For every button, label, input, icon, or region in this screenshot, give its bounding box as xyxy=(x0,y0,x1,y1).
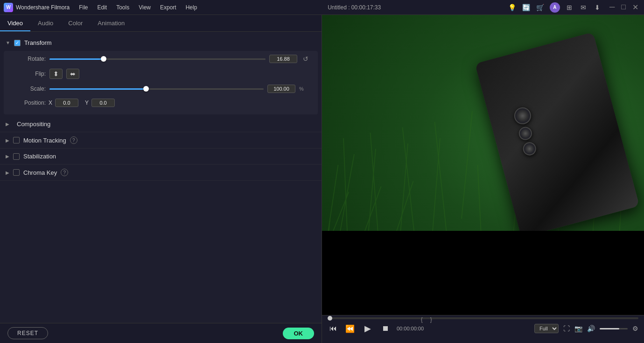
motion-tracking-help-icon[interactable]: ? xyxy=(70,136,77,144)
motion-tracking-label: Motion Tracking xyxy=(23,137,66,144)
transform-checkbox[interactable] xyxy=(14,40,21,46)
compositing-chevron-icon: ▶ xyxy=(6,121,9,127)
rotate-thumb[interactable] xyxy=(101,56,106,62)
progress-out-icon: } xyxy=(430,316,432,323)
transform-chevron-icon: ▼ xyxy=(6,40,10,45)
cart-icon[interactable]: 🛒 xyxy=(536,3,545,12)
position-label: Position: xyxy=(13,100,46,106)
playback-bar: { } ⏮ ⏪ ▶ ⏹ 00:00:00:00 Full ⛶ 📷 🔊 xyxy=(322,315,644,343)
download-icon[interactable]: ⬇ xyxy=(593,3,602,12)
window-controls: ─ □ ✕ xyxy=(608,3,640,12)
chroma-key-checkbox[interactable] xyxy=(13,169,20,176)
properties-panel: ▼ Transform Rotate: 16.88 ↺ xyxy=(0,32,322,323)
flip-horizontal-button[interactable]: ⬌ xyxy=(66,69,79,79)
rotate-fill xyxy=(49,58,104,60)
tab-bar: Video Audio Color Animation xyxy=(0,15,322,32)
transform-header[interactable]: ▼ Transform xyxy=(0,36,322,50)
pos-y-input[interactable]: 0.0 xyxy=(91,99,115,107)
scale-input[interactable]: 100.00 xyxy=(267,85,295,93)
camera-lens-1 xyxy=(512,105,533,126)
preview-black-bar xyxy=(322,231,644,315)
tab-video[interactable]: Video xyxy=(0,16,30,31)
app-name: Wondershare Filmora xyxy=(16,4,70,11)
rotate-reset-icon[interactable]: ↺ xyxy=(303,55,308,63)
tab-audio[interactable]: Audio xyxy=(30,16,61,31)
quality-select[interactable]: Full xyxy=(534,324,559,333)
compositing-section: ▶ Compositing xyxy=(0,116,322,132)
motion-tracking-chevron-icon: ▶ xyxy=(6,138,9,143)
rotate-label: Rotate: xyxy=(13,56,46,62)
transform-title: Transform xyxy=(24,39,52,46)
refresh-icon[interactable]: 🔄 xyxy=(522,3,531,12)
stabilization-section: ▶ Stabilization xyxy=(0,149,322,164)
play-button[interactable]: ▶ xyxy=(361,322,374,335)
preview-background xyxy=(322,15,644,315)
close-button[interactable]: ✕ xyxy=(630,3,640,12)
minimize-button[interactable]: ─ xyxy=(608,3,616,12)
settings-icon[interactable]: ⚙ xyxy=(632,325,638,332)
chroma-key-chevron-icon: ▶ xyxy=(6,170,9,175)
mail-icon[interactable]: ✉ xyxy=(579,3,588,12)
app-logo: W Wondershare Filmora xyxy=(4,3,70,12)
rotate-slider[interactable] xyxy=(49,58,266,60)
menu-export[interactable]: Export xyxy=(156,3,180,12)
frame-back-button[interactable]: ⏪ xyxy=(344,323,356,334)
action-bar: RESET OK xyxy=(0,323,322,343)
scale-unit: % xyxy=(299,86,308,92)
position-row: Position: X 0.0 Y 0.0 xyxy=(13,99,308,107)
menu-help[interactable]: Help xyxy=(182,3,201,12)
title-actions: 💡 🔄 🛒 A ⊞ ✉ ⬇ xyxy=(508,2,602,13)
flip-vertical-button[interactable]: ⬍ xyxy=(49,69,63,79)
motion-tracking-checkbox[interactable] xyxy=(13,137,20,143)
volume-fill xyxy=(600,328,619,329)
progress-thumb[interactable] xyxy=(328,316,332,321)
tab-animation[interactable]: Animation xyxy=(90,16,132,31)
maximize-button[interactable]: □ xyxy=(619,3,628,12)
pos-x-label: X xyxy=(49,100,52,106)
chroma-key-help-icon[interactable]: ? xyxy=(61,169,68,176)
progress-bar[interactable]: { } xyxy=(328,317,638,319)
transform-content: Rotate: 16.88 ↺ Flip: ⬍ ⬌ xyxy=(4,51,318,114)
fullscreen-icon[interactable]: ⛶ xyxy=(563,325,570,332)
rotate-input[interactable]: 16.88 xyxy=(269,55,297,63)
svg-line-9 xyxy=(462,111,472,219)
phone-camera xyxy=(512,105,541,157)
app-logo-icon: W xyxy=(4,3,13,12)
menu-edit[interactable]: Edit xyxy=(94,3,111,12)
progress-in-icon: { xyxy=(421,316,423,323)
scale-thumb[interactable] xyxy=(143,86,149,92)
playback-buttons: ⏮ ⏪ ▶ ⏹ 00:00:00:00 xyxy=(328,322,424,335)
stabilization-checkbox[interactable] xyxy=(13,153,20,160)
time-display: 00:00:00:00 xyxy=(397,326,424,331)
avatar[interactable]: A xyxy=(550,2,560,13)
camera-lens-3 xyxy=(521,141,537,157)
right-controls: Full ⛶ 📷 🔊 ⚙ xyxy=(534,324,638,333)
menu-tools[interactable]: Tools xyxy=(112,3,133,12)
chroma-key-section: ▶ Chroma Key ? xyxy=(0,164,322,181)
compositing-label: Compositing xyxy=(17,121,50,128)
menu-view[interactable]: View xyxy=(135,3,154,12)
transform-section: ▼ Transform Rotate: 16.88 ↺ xyxy=(0,36,322,114)
title-bar: W Wondershare Filmora File Edit Tools Vi… xyxy=(0,0,644,15)
pos-x-input[interactable]: 0.0 xyxy=(55,99,78,107)
screenshot-icon[interactable]: 📷 xyxy=(574,325,582,332)
reset-button[interactable]: RESET xyxy=(7,327,48,339)
pos-y-label: Y xyxy=(85,100,89,106)
volume-icon[interactable]: 🔊 xyxy=(587,325,595,332)
flip-label: Flip: xyxy=(13,71,46,77)
window-title: Untitled : 00:00:17:33 xyxy=(201,4,508,11)
scale-row: Scale: 100.00 % xyxy=(13,85,308,93)
camera-lens-2 xyxy=(518,125,533,141)
volume-slider[interactable] xyxy=(600,328,628,329)
ok-button[interactable]: OK xyxy=(283,328,315,339)
menu-bar: File Edit Tools View Export Help xyxy=(75,3,201,12)
controls-row: ⏮ ⏪ ▶ ⏹ 00:00:00:00 Full ⛶ 📷 🔊 xyxy=(328,322,638,335)
scale-slider[interactable] xyxy=(49,88,264,90)
menu-file[interactable]: File xyxy=(75,3,91,12)
flip-row: Flip: ⬍ ⬌ xyxy=(13,69,308,79)
layout-icon[interactable]: ⊞ xyxy=(565,3,574,12)
stop-button[interactable]: ⏹ xyxy=(380,323,391,334)
lightbulb-icon[interactable]: 💡 xyxy=(508,3,517,12)
tab-color[interactable]: Color xyxy=(61,16,90,31)
skip-back-button[interactable]: ⏮ xyxy=(328,323,339,334)
